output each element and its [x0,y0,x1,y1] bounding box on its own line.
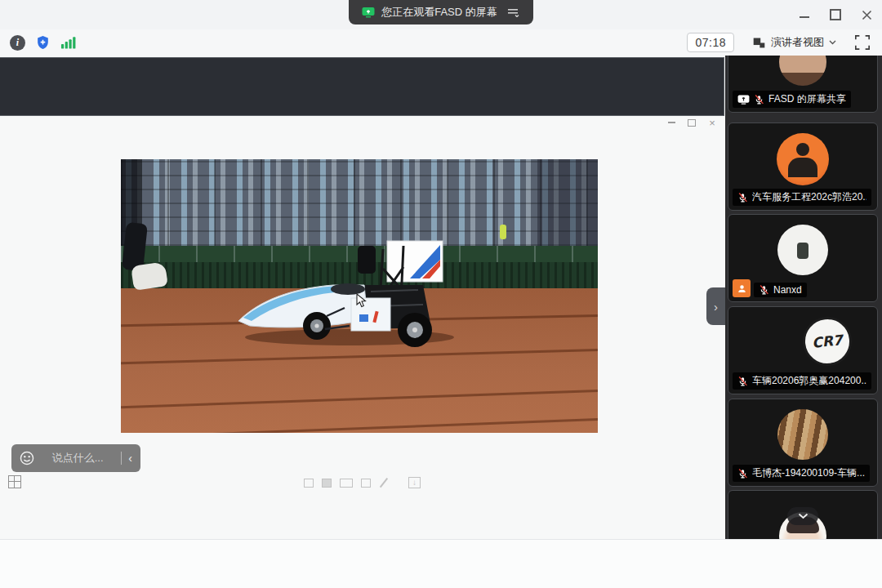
layout-icon [752,36,766,50]
shared-window-controls: × [666,118,717,127]
white-bag [131,261,168,291]
avatar: CR7 [800,314,854,368]
annotation-tool-icon[interactable] [361,479,371,488]
annotation-tool-icon[interactable] [340,479,353,488]
shared-screen-area: × [0,56,725,539]
chat-collapse-icon[interactable]: ‹ [128,452,132,464]
window-close-button[interactable] [861,9,872,20]
participant-name: 毛博杰-194200109-车辆... [752,466,865,480]
participant-label: 车辆20206郭奥赢204200... [733,372,871,390]
mic-muted-icon [754,94,764,105]
meeting-timer: 07:18 [687,33,734,52]
pen-tool-icon[interactable] [379,478,389,488]
shared-video-frame [121,159,598,433]
avatar [777,409,828,460]
download-icon[interactable]: ↓ [408,477,421,488]
fullscreen-icon[interactable] [854,34,871,51]
avatar [777,225,828,275]
participant-label: FASD 的屏幕共享 [733,91,851,108]
participant-label: Nanxd [754,283,807,297]
screen-share-indicator-icon [362,7,375,18]
divider [121,452,122,465]
member-role-badge [733,279,751,297]
meeting-toolbar: i 07:18 演讲者视图 [0,29,882,56]
mouse-cursor [356,293,367,308]
meeting-info-icon[interactable]: i [10,35,25,51]
layout-grid-icon[interactable] [8,475,21,488]
quick-chat-bar[interactable]: 说点什么... ‹ [11,444,140,472]
view-mode-switcher[interactable]: 演讲者视图 [752,35,836,50]
window-maximize-button[interactable] [830,9,841,20]
window-minimize-button[interactable] [799,9,810,20]
share-banner[interactable]: 您正在观看FASD 的屏幕 [349,0,533,24]
title-bar: 您正在观看FASD 的屏幕 [0,0,882,29]
mic-muted-icon [737,192,748,203]
chat-input-placeholder[interactable]: 说点什么... [41,451,114,466]
emoji-icon[interactable] [20,451,34,466]
avatar-text: CR7 [811,332,843,351]
share-banner-title: 您正在观看FASD 的屏幕 [381,5,497,20]
participant-name: 汽车服务工程202c郭浩20... [752,190,866,204]
participant-tile[interactable]: Nanxd [728,214,878,302]
participant-tile[interactable] [728,490,878,539]
annotation-toolbar: ↓ [304,477,421,488]
participant-name: Nanxd [773,284,802,296]
participant-label: 汽车服务工程202c郭浩20... [733,189,871,206]
shared-screen-top-strip [0,57,724,116]
participant-tile[interactable]: CR7 车辆20206郭奥赢204200... [728,306,878,394]
shared-restore-icon[interactable] [687,118,697,127]
participant-tile[interactable]: 汽车服务工程202c郭浩20... [728,122,878,211]
participant-tile[interactable]: 毛博杰-194200109-车辆... [728,399,878,487]
mic-muted-icon [737,376,748,387]
mic-muted-icon [759,284,769,296]
avatar [777,133,829,185]
screen-share-icon [737,95,750,105]
annotation-tool-icon[interactable] [304,479,314,488]
mic-muted-icon [737,468,748,479]
participant-name: FASD 的屏幕共享 [768,92,846,106]
bottom-toolbar: 解除静音 开启视频 共享屏幕 邀请 [0,539,882,588]
distant-person [500,225,506,239]
chevron-down-icon [829,40,836,45]
participant-name: 车辆20206郭奥赢204200... [752,374,866,388]
race-car [235,238,474,350]
window-controls [799,0,872,29]
night-building-backdrop [121,159,598,246]
building-shadow [537,159,598,246]
sidebar-expand-tab[interactable]: › [706,287,725,325]
banner-menu-icon[interactable] [507,7,520,17]
participant-tile[interactable]: FASD 的屏幕共享 [728,56,878,113]
sidebar-collapse-button[interactable] [787,507,818,525]
participants-sidebar: FASD 的屏幕共享 汽车服务工程202c郭浩20... [725,56,882,539]
shared-close-icon[interactable]: × [707,118,717,127]
avatar [779,56,826,86]
annotation-tool-icon[interactable] [322,479,332,488]
shared-minimize-icon[interactable] [666,118,676,127]
security-shield-icon[interactable] [35,34,51,51]
view-mode-label: 演讲者视图 [771,35,824,50]
meeting-window: 您正在观看FASD 的屏幕 i 07:18 [0,0,882,588]
participant-label: 毛博杰-194200109-车辆... [733,465,870,482]
network-signal-icon[interactable] [60,35,76,50]
